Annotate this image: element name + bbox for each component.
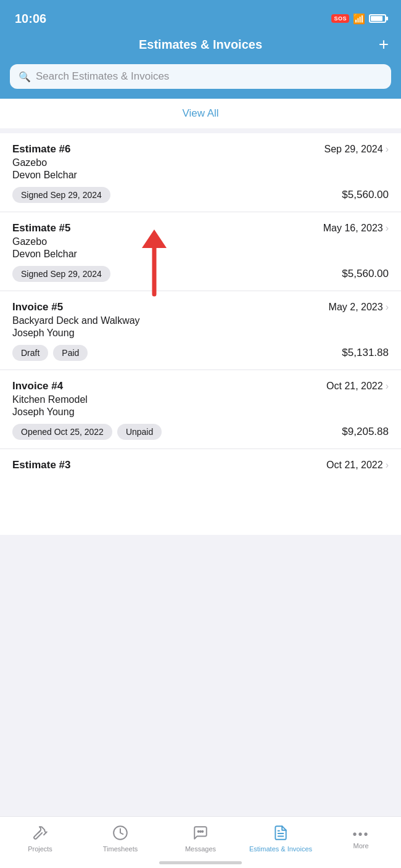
svg-point-3 [198, 831, 199, 832]
item-date: May 2, 2023 [329, 302, 383, 313]
status-bar: 10:06 SOS 📶 [0, 0, 401, 33]
view-all-section: View All [0, 99, 401, 128]
sos-icon: SOS [331, 14, 349, 23]
item-title: Estimate #5 [12, 222, 71, 234]
chevron-right-icon: › [386, 302, 389, 313]
search-bar[interactable]: 🔍 Search Estimates & Invoices [10, 64, 391, 89]
svg-point-4 [200, 831, 201, 832]
item-amount: $5,560.00 [342, 268, 389, 280]
chevron-right-icon: › [386, 144, 389, 155]
item-date: Oct 21, 2022 [326, 460, 383, 471]
item-client: Devon Belchar [12, 170, 389, 181]
status-badge-unpaid: Unpaid [117, 424, 162, 440]
view-all-button[interactable]: View All [182, 107, 218, 119]
battery-icon [369, 14, 386, 23]
item-date: May 16, 2023 [323, 223, 383, 234]
tab-estimates-label: Estimates & Invoices [249, 845, 312, 853]
estimates-list: Estimate #6 Sep 29, 2024 › Gazebo Devon … [0, 133, 401, 535]
dots-icon: ••• [352, 828, 369, 840]
list-item[interactable]: Estimate #3 Oct 21, 2022 › [0, 449, 401, 535]
tab-timesheets-label: Timesheets [103, 845, 138, 853]
page-title: Estimates & Invoices [31, 38, 370, 52]
tab-estimates-invoices[interactable]: Estimates & Invoices [241, 817, 321, 856]
item-project: Gazebo [12, 236, 389, 247]
item-client: Joseph Young [12, 328, 389, 339]
status-badge-paid: Paid [53, 345, 88, 361]
list-item[interactable]: Invoice #5 May 2, 2023 › Backyard Deck a… [0, 291, 401, 370]
header: Estimates & Invoices + [0, 33, 401, 62]
svg-point-5 [202, 831, 203, 832]
item-title: Estimate #3 [12, 459, 71, 471]
chevron-right-icon: › [386, 223, 389, 234]
item-project: Backyard Deck and Walkway [12, 315, 389, 326]
item-client: Joseph Young [12, 407, 389, 418]
clock-icon [112, 825, 128, 843]
tab-more[interactable]: ••• More [321, 817, 401, 856]
status-icons: SOS 📶 [331, 13, 386, 25]
item-title: Invoice #5 [12, 301, 63, 313]
chat-icon [192, 825, 209, 843]
doc-icon [273, 825, 289, 843]
tab-more-label: More [353, 842, 368, 849]
search-icon: 🔍 [19, 71, 31, 83]
home-indicator [159, 861, 242, 864]
tab-bar: Projects Timesheets Messages [0, 816, 401, 868]
list-item[interactable]: Estimate #6 Sep 29, 2024 › Gazebo Devon … [0, 133, 401, 212]
tab-messages-label: Messages [185, 845, 216, 853]
chevron-right-icon: › [386, 460, 389, 471]
item-title: Invoice #4 [12, 380, 63, 392]
tab-projects[interactable]: Projects [0, 817, 80, 856]
list-item[interactable]: Estimate #5 May 16, 2023 › Gazebo Devon … [0, 212, 401, 291]
item-amount: $5,131.88 [342, 347, 389, 359]
item-amount: $5,560.00 [342, 189, 389, 201]
item-title: Estimate #6 [12, 143, 71, 155]
item-date: Oct 21, 2022 [326, 381, 383, 392]
item-client: Devon Belchar [12, 249, 389, 260]
status-badge: Signed Sep 29, 2024 [12, 266, 110, 282]
status-badge-opened: Opened Oct 25, 2022 [12, 424, 112, 440]
status-badge: Signed Sep 29, 2024 [12, 187, 110, 203]
item-amount: $9,205.88 [342, 426, 389, 438]
item-date: Sep 29, 2024 [324, 144, 382, 155]
add-button[interactable]: + [370, 36, 389, 53]
search-input[interactable]: Search Estimates & Invoices [36, 70, 169, 83]
tab-projects-label: Projects [28, 845, 52, 853]
status-badge-draft: Draft [12, 345, 48, 361]
list-item[interactable]: Invoice #4 Oct 21, 2022 › Kitchen Remode… [0, 370, 401, 449]
wifi-icon: 📶 [353, 13, 365, 25]
item-project: Kitchen Remodel [12, 394, 389, 405]
search-container: 🔍 Search Estimates & Invoices [0, 62, 401, 99]
hammer-icon [32, 825, 48, 843]
status-time: 10:06 [15, 12, 46, 26]
chevron-right-icon: › [386, 381, 389, 392]
tab-timesheets[interactable]: Timesheets [80, 817, 160, 856]
item-project: Gazebo [12, 157, 389, 168]
tab-messages[interactable]: Messages [160, 817, 241, 856]
